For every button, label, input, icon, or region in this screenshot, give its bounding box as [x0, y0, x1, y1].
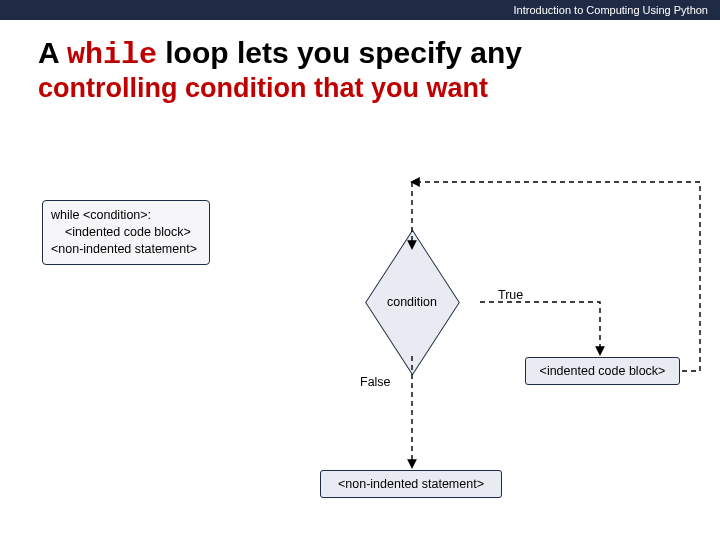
title-keyword: while [67, 38, 157, 72]
header-bar: Introduction to Computing Using Python [0, 0, 720, 20]
false-edge-label: False [360, 375, 391, 389]
title-suffix: loop lets you specify any [157, 36, 522, 69]
indented-code-block-box: <indented code block> [525, 357, 680, 385]
condition-label: condition [352, 260, 472, 344]
code-line-3: <non-indented statement> [51, 241, 197, 258]
title-line-2: controlling condition that you want [38, 73, 690, 104]
header-text: Introduction to Computing Using Python [514, 4, 708, 16]
true-edge-label: True [498, 288, 523, 302]
code-line-1: while <condition>: [51, 207, 197, 224]
slide-title: A while loop lets you specify any contro… [0, 20, 720, 114]
condition-diamond: condition [352, 260, 472, 344]
non-indented-statement-box: <non-indented statement> [320, 470, 502, 498]
title-line-1: A while loop lets you specify any [38, 36, 690, 73]
code-snippet-box: while <condition>: <indented code block>… [42, 200, 210, 265]
code-line-2: <indented code block> [51, 224, 197, 241]
title-prefix: A [38, 36, 67, 69]
